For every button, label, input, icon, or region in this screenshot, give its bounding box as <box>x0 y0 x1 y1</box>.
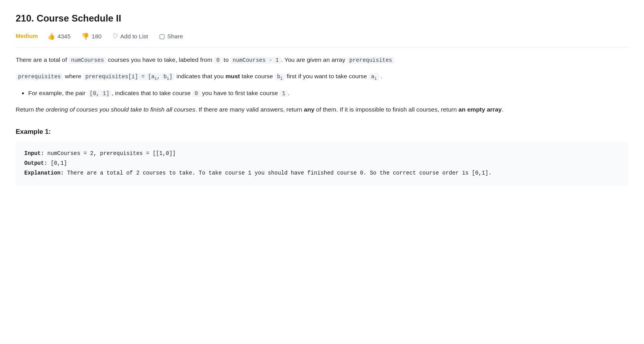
bullet-text3: you have to first take course <box>201 90 280 96</box>
example1-explanation-line: Explanation: There are a total of 2 cour… <box>24 168 620 178</box>
must-bold: must <box>225 73 240 79</box>
share-icon: ▢ <box>159 32 165 40</box>
bi-code: bi <box>275 73 285 80</box>
thumbs-down-icon: 👎 <box>81 32 89 40</box>
output-label: Output: <box>24 160 47 166</box>
meta-bar: Medium 👍 4345 👎 180 ♡ Add to List ▢ Shar… <box>16 31 628 47</box>
example-1-section: Example 1: Input: numCourses = 2, prereq… <box>16 126 628 186</box>
share-label: Share <box>167 33 183 40</box>
desc-p1-text1: There are a total of <box>16 56 69 63</box>
return-text3: of them. If it is impossible to finish a… <box>315 106 459 113</box>
desc-p2-text1: where <box>63 73 83 79</box>
desc-p2-text4: first if you want to take course <box>285 73 369 79</box>
bullet-item-1: For example, the pair [0, 1], indicates … <box>28 88 628 99</box>
bullet-code1: [0, 1] <box>87 90 112 97</box>
empty-array-bold: an empty array <box>458 106 501 113</box>
page-container: 210. Course Schedule II Medium 👍 4345 👎 … <box>0 0 644 205</box>
example1-input-line: Input: numCourses = 2, prerequisites = [… <box>24 149 620 158</box>
thumbs-up-icon: 👍 <box>47 32 55 40</box>
zero-code: 0 <box>214 57 222 64</box>
problem-description: There are a total of numCourses courses … <box>16 54 628 114</box>
return-text2: . If there are many valid answers, retur… <box>195 106 304 113</box>
upvote-button[interactable]: 👍 4345 <box>46 32 72 41</box>
desc-p2-text2: indicates that you <box>175 73 225 79</box>
explanation-value-text: There are a total of 2 courses to take. … <box>67 170 492 176</box>
downvote-button[interactable]: 👎 180 <box>80 32 103 41</box>
prerequisites-code1: prerequisites <box>347 57 394 64</box>
input-label: Input: <box>24 150 44 157</box>
ai-code: ai <box>369 73 379 80</box>
example1-title: Example 1: <box>16 126 628 137</box>
input-value-text: numCourses = 2, prerequisites = [[1,0]] <box>47 150 176 157</box>
desc-p1-text2: courses you have to take, labeled from <box>106 56 214 63</box>
output-value-text: [0,1] <box>51 160 67 166</box>
description-return: Return the ordering of courses you shoul… <box>16 104 628 115</box>
share-button[interactable]: ▢ Share <box>157 32 185 41</box>
prereq-index-code: prerequisites[i] = [ai, bi] <box>83 73 175 80</box>
problem-title: 210. Course Schedule II <box>16 11 628 26</box>
numcourses-minus1-code: numCourses - 1 <box>230 57 281 64</box>
bullet-text4: . <box>288 90 289 96</box>
return-end: . <box>502 106 503 113</box>
example1-code-block: Input: numCourses = 2, prerequisites = [… <box>16 142 628 186</box>
difficulty-badge: Medium <box>16 31 38 41</box>
description-para2: prerequisites where prerequisites[i] = [… <box>16 71 628 82</box>
downvote-count: 180 <box>92 33 101 40</box>
bullet-list: For example, the pair [0, 1], indicates … <box>28 88 628 99</box>
bullet-code3: 1 <box>280 90 288 97</box>
add-to-list-button[interactable]: ♡ Add to List <box>111 32 150 41</box>
upvote-count: 4345 <box>58 33 71 40</box>
return-text1: Return <box>16 106 36 113</box>
heart-icon: ♡ <box>112 32 118 40</box>
description-para1: There are a total of numCourses courses … <box>16 54 628 65</box>
any-bold: any <box>304 106 315 113</box>
prerequisites-code2: prerequisites <box>16 73 63 80</box>
bullet-code2: 0 <box>192 90 200 97</box>
bullet-text1: For example, the pair <box>28 90 87 96</box>
bullet-text2: , indicates that to take course <box>112 90 192 96</box>
return-italic: the ordering of courses you should take … <box>36 106 195 113</box>
explanation-label: Explanation: <box>24 170 64 176</box>
desc-p2-text3: take course <box>240 73 275 79</box>
desc-p2-dot: . <box>379 73 383 79</box>
numcourses-code1: numCourses <box>69 57 106 64</box>
desc-p1-text3: to <box>222 56 231 63</box>
example1-output-line: Output: [0,1] <box>24 158 620 168</box>
add-to-list-label: Add to List <box>120 33 148 40</box>
desc-p1-text4: . You are given an array <box>281 56 347 63</box>
